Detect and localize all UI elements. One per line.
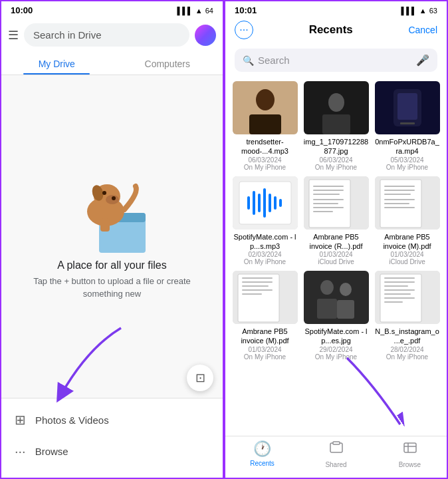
svg-rect-47 [242,277,273,279]
svg-rect-21 [247,196,250,210]
dog-illustration [59,173,166,259]
svg-rect-48 [242,281,273,283]
svg-point-7 [102,191,106,195]
svg-rect-18 [400,122,415,124]
nav-photos-videos[interactable]: ⊞ Photos & Videos [1,404,223,436]
ellipsis-button[interactable]: ··· [235,21,253,39]
file-name-spotify1: SpotifyMate.com - l p...s.mp3 [233,232,298,251]
file-date-spotify2: 29/02/2024 [319,346,352,353]
svg-rect-25 [269,194,271,212]
svg-rect-46 [238,274,279,322]
file-name-ambrane2: Ambrane PB5 invoice (M).pdf [375,232,440,251]
grid-row-2: SpotifyMate.com - l p...s.mp3 02/03/2024… [232,176,440,266]
file-date-ambrane3: 01/03/2024 [248,346,281,353]
svg-rect-41 [384,194,411,195]
left-panel: 10:00 ▌▌▌ ▲ 64 ☰ Search in Drive My Driv… [0,0,224,479]
tab-my-drive[interactable]: My Drive [1,52,112,75]
svg-rect-33 [313,199,344,200]
scan-fab[interactable]: ⊡ [187,365,213,391]
file-date-trendsetter: 06/03/2024 [248,156,281,164]
avatar[interactable] [195,25,216,46]
svg-rect-50 [242,289,273,291]
tab-browse-label: Browse [399,461,421,468]
wifi-icon-left: ▲ [195,7,203,15]
file-loc-ambrane3: On My iPhone [244,353,286,361]
file-item-spotify2[interactable]: SpotifyMate.com - l p...es.jpg 29/02/202… [303,271,369,361]
file-date-mp4: 05/03/2024 [390,156,423,164]
status-icons-right: ▌▌▌ ▲ 63 [401,7,437,15]
cancel-button[interactable]: Cancel [408,25,437,35]
search-input-left[interactable]: Search in Drive [24,23,189,47]
file-item-nb[interactable]: N_B.s_instagram_o...e_.pdf 28/02/2024 On… [374,271,440,361]
battery-icon-left: 64 [205,7,213,15]
svg-rect-27 [279,199,282,207]
svg-rect-54 [317,299,337,319]
nav-browse[interactable]: ··· Browse [1,436,223,467]
nav-photos-label: Photos & Videos [35,414,109,426]
file-date-ambrane2: 01/03/2024 [390,251,423,258]
svg-rect-68 [404,443,416,452]
recents-icon: 🕐 [253,440,271,458]
svg-point-6 [112,196,116,200]
file-loc-trendsetter: On My iPhone [244,164,286,171]
mic-icon[interactable]: 🎤 [416,54,429,67]
tab-browse[interactable]: Browse [373,440,447,468]
svg-rect-39 [384,186,415,187]
file-loc-ambrane1: iCloud Drive [318,258,354,265]
file-date-ambrane1: 01/03/2024 [319,251,352,258]
file-item-ambrane3[interactable]: Ambrane PB5 invoice (M).pdf 01/03/2024 O… [232,271,298,361]
file-loc-nb: On My iPhone [386,353,428,361]
svg-rect-31 [313,190,344,191]
status-bar-right: 10:01 ▌▌▌ ▲ 63 [225,1,447,18]
file-date-img1: 06/03/2024 [319,156,352,164]
svg-point-13 [328,93,344,112]
status-time-right: 10:01 [235,5,257,15]
file-item-img1[interactable]: img_1_1709712288877.jpg 06/03/2024 On My… [303,81,369,171]
svg-rect-60 [384,281,415,283]
svg-rect-43 [384,203,409,204]
status-time-left: 10:00 [11,5,33,15]
file-name-img1: img_1_1709712288877.jpg [304,137,369,156]
file-item-trendsetter[interactable]: trendsetter-mood-...4.mp3 06/03/2024 On … [232,81,298,171]
search-box[interactable]: 🔍 Search 🎤 [235,49,437,72]
file-item-ambrane2[interactable]: Ambrane PB5 invoice (M).pdf 01/03/2024 i… [374,176,440,266]
svg-rect-40 [384,190,415,191]
svg-rect-17 [397,93,417,120]
svg-rect-49 [242,285,269,287]
file-name-spotify2: SpotifyMate.com - l p...es.jpg [304,327,369,346]
svg-rect-44 [384,207,415,208]
svg-rect-51 [242,293,262,295]
search-icon: 🔍 [243,55,254,66]
svg-rect-35 [313,207,344,208]
file-loc-spotify1: On My iPhone [244,258,286,265]
bottom-nav: ⊞ Photos & Videos ··· Browse [1,398,223,478]
svg-point-55 [340,283,352,296]
empty-state: A place for all your files Tap the + but… [1,75,223,398]
svg-rect-11 [249,114,281,134]
file-date-nb: 28/02/2024 [390,346,423,353]
signal-icon-left: ▌▌▌ [177,7,192,15]
file-loc-spotify2: On My iPhone [315,353,357,361]
browse-tab-icon [403,440,417,459]
hamburger-icon[interactable]: ☰ [8,28,19,43]
header-title: Recents [253,23,408,37]
search-input-right: Search [258,55,412,66]
file-item-mp4[interactable]: 0nmFoPxURDB7a_ra.mp4 05/03/2024 On My iP… [374,81,440,171]
tab-computers[interactable]: Computers [112,52,223,75]
svg-rect-32 [313,194,340,195]
search-bar-row: ☰ Search in Drive [1,18,223,52]
empty-subtitle: Tap the + button to upload a file or cre… [15,275,209,299]
browse-icon: ··· [15,444,26,459]
file-name-trendsetter: trendsetter-mood-...4.mp3 [233,137,298,156]
scan-icon: ⊡ [195,371,205,385]
svg-rect-61 [384,285,408,287]
file-item-ambrane1[interactable]: Ambrane PB5 invoice (R...).pdf 01/03/202… [303,176,369,266]
file-item-spotify1[interactable]: SpotifyMate.com - l p...s.mp3 02/03/2024… [232,176,298,266]
tab-shared[interactable]: Shared [299,440,373,468]
file-loc-ambrane2: iCloud Drive [389,258,425,265]
tab-recents[interactable]: 🕐 Recents [225,440,299,468]
file-date-spotify1: 02/03/2024 [248,251,281,258]
svg-rect-30 [313,186,344,187]
files-grid: trendsetter-mood-...4.mp3 06/03/2024 On … [225,76,447,436]
file-name-nb: N_B.s_instagram_o...e_.pdf [375,327,440,346]
